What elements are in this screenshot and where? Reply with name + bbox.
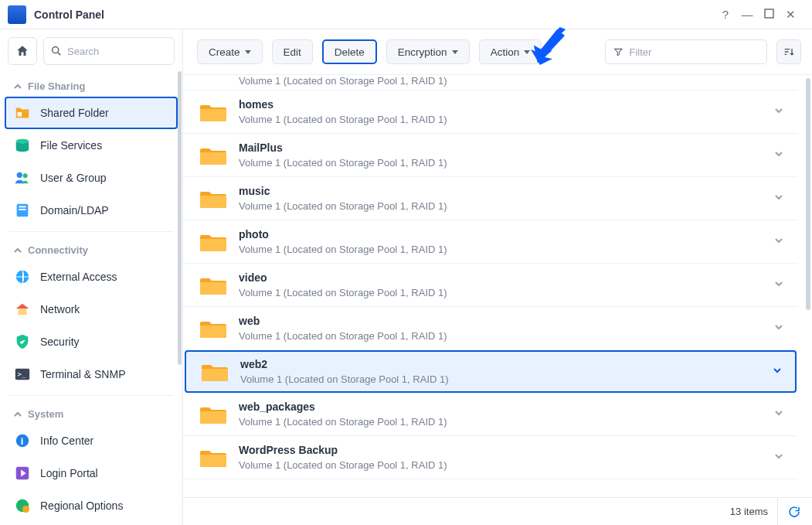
folder-subtitle: Volume 1 (Located on Storage Pool 1, RAI… (239, 157, 447, 169)
folder-icon (200, 448, 226, 468)
folder-row[interactable]: web2 Volume 1 (Located on Storage Pool 1… (185, 350, 797, 393)
sidebar-item-label: Shared Folder (40, 107, 109, 119)
filter-field[interactable] (605, 39, 767, 64)
folder-row[interactable]: WordPress Backup Volume 1 (Located on St… (183, 436, 798, 479)
app-icon (8, 5, 26, 24)
chevron-down-icon[interactable] (773, 407, 789, 421)
sidebar-item-login-portal[interactable]: Login Portal (0, 457, 182, 489)
main-panel: Create Edit Delete Encryption Action (183, 29, 812, 525)
ldap-icon (14, 202, 31, 219)
button-label: Action (491, 46, 520, 58)
svg-rect-9 (19, 209, 25, 210)
caret-down-icon (452, 50, 458, 54)
sidebar-item-label: Info Center (40, 435, 93, 447)
chevron-down-icon[interactable] (772, 365, 787, 378)
folder-icon (200, 404, 226, 424)
delete-button[interactable]: Delete (322, 39, 377, 64)
folder-icon (200, 319, 226, 339)
folder-subtitle: Volume 1 (Located on Storage Pool 1, RAI… (239, 459, 447, 471)
chevron-down-icon[interactable] (773, 451, 789, 464)
folder-name: music (239, 185, 447, 197)
sidebar: File Sharing Shared Folder File Services… (0, 29, 183, 525)
svg-text:i: i (21, 435, 24, 447)
svg-line-2 (58, 53, 60, 55)
folder-icon (200, 275, 226, 295)
svg-point-4 (16, 139, 29, 144)
button-label: Create (209, 46, 240, 58)
folder-row[interactable]: homes Volume 1 (Located on Storage Pool … (183, 90, 798, 134)
action-button[interactable]: Action (479, 39, 542, 64)
home-button[interactable] (8, 37, 37, 65)
folder-row[interactable]: music Volume 1 (Located on Storage Pool … (183, 177, 798, 220)
folder-subtitle: Volume 1 (Located on Storage Pool 1, RAI… (239, 114, 447, 125)
sidebar-item-file-services[interactable]: File Services (0, 129, 182, 162)
sort-icon (783, 46, 795, 58)
sidebar-item-external-access[interactable]: External Access (0, 261, 182, 293)
svg-point-1 (53, 47, 59, 53)
folder-name: MailPlus (239, 141, 447, 154)
folder-subtitle: Volume 1 (Located on Storage Pool 1, RAI… (239, 287, 447, 298)
section-header-connectivity[interactable]: Connectivity (0, 237, 182, 261)
chevron-down-icon[interactable] (773, 322, 789, 335)
folder-icon (14, 104, 31, 121)
chevron-down-icon[interactable] (773, 105, 789, 118)
sidebar-item-domain-ldap[interactable]: Domain/LDAP (0, 194, 182, 227)
svg-point-5 (17, 172, 22, 178)
filter-input[interactable] (629, 46, 759, 58)
sidebar-item-info-center[interactable]: i Info Center (0, 424, 182, 457)
sidebar-item-security[interactable]: Security (0, 326, 182, 358)
disk-icon (14, 137, 31, 154)
folder-subtitle: Volume 1 (Located on Storage Pool 1, RAI… (239, 330, 447, 342)
item-count: 13 items (730, 506, 768, 517)
chevron-down-icon[interactable] (773, 235, 789, 248)
folder-name: video (239, 271, 447, 284)
search-field[interactable] (43, 37, 175, 65)
sidebar-item-regional-options[interactable]: Regional Options (0, 489, 182, 522)
house-icon (14, 301, 31, 318)
sidebar-item-shared-folder[interactable]: Shared Folder (5, 97, 178, 129)
section-label: Connectivity (28, 244, 88, 256)
section-header-file-sharing[interactable]: File Sharing (0, 73, 182, 97)
portal-icon (14, 465, 31, 482)
sidebar-item-label: Network (40, 303, 80, 315)
titlebar: Control Panel ? — ✕ (0, 0, 812, 29)
section-label: System (28, 408, 63, 420)
chevron-down-icon[interactable] (773, 192, 789, 205)
close-icon[interactable]: ✕ (780, 8, 801, 22)
folder-icon (200, 189, 226, 209)
help-icon[interactable]: ? (715, 8, 736, 21)
search-input[interactable] (67, 46, 168, 57)
sidebar-item-terminal-snmp[interactable]: >_ Terminal & SNMP (0, 358, 182, 390)
sidebar-item-label: Regional Options (40, 499, 123, 512)
folder-row[interactable]: web_packages Volume 1 (Located on Storag… (183, 393, 798, 436)
refresh-button[interactable] (777, 498, 801, 525)
sidebar-scrollbar[interactable] (178, 71, 182, 365)
list-scrollbar[interactable] (806, 78, 810, 310)
svg-rect-3 (18, 112, 22, 117)
create-button[interactable]: Create (197, 39, 263, 64)
folder-icon (200, 232, 226, 252)
folder-row[interactable]: web Volume 1 (Located on Storage Pool 1,… (183, 307, 798, 350)
sidebar-item-label: User & Group (40, 172, 107, 184)
folder-row[interactable]: MailPlus Volume 1 (Located on Storage Po… (183, 134, 798, 177)
folder-icon (202, 362, 228, 382)
chevron-down-icon[interactable] (773, 278, 789, 291)
sidebar-item-network[interactable]: Network (0, 293, 182, 326)
folder-row[interactable]: video Volume 1 (Located on Storage Pool … (183, 264, 798, 307)
edit-button[interactable]: Edit (272, 39, 313, 64)
maximize-icon[interactable] (758, 8, 780, 21)
section-header-system[interactable]: System (0, 401, 182, 424)
sort-button[interactable] (776, 39, 801, 64)
svg-text:>_: >_ (18, 370, 27, 378)
search-icon (50, 45, 63, 57)
folder-subtitle: Volume 1 (Located on Storage Pool 1, RAI… (239, 244, 447, 255)
filter-icon (613, 46, 623, 57)
chevron-down-icon[interactable] (773, 148, 789, 162)
partial-row-subtitle: Volume 1 (Located on Storage Pool 1, RAI… (183, 75, 798, 90)
encryption-button[interactable]: Encryption (386, 39, 470, 64)
minimize-icon[interactable]: — (736, 8, 758, 21)
folder-row[interactable]: photo Volume 1 (Located on Storage Pool … (183, 220, 798, 264)
chevron-up-icon (14, 83, 22, 90)
sidebar-item-user-group[interactable]: User & Group (0, 162, 182, 194)
chevron-up-icon (14, 411, 22, 418)
